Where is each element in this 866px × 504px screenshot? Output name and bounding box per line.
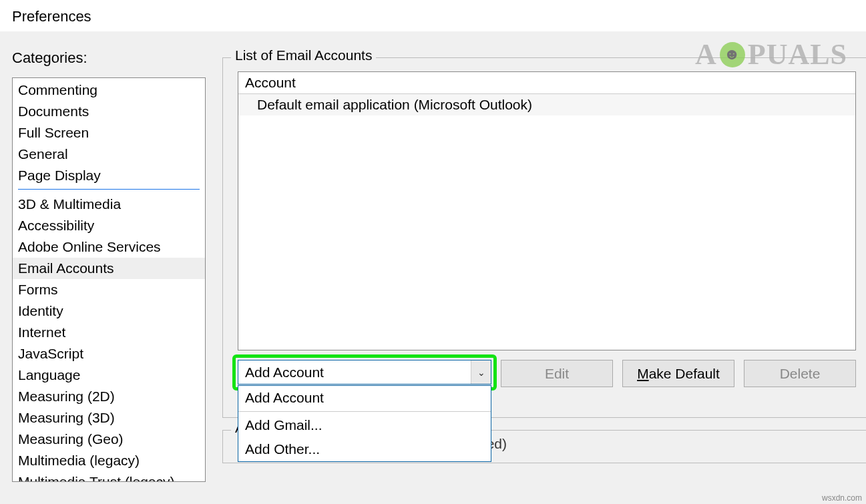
dropdown-toggle-button[interactable]: ⌄ bbox=[471, 360, 491, 384]
logo-text-a: A bbox=[695, 37, 717, 71]
accounts-column-header: Account bbox=[238, 72, 855, 94]
category-item-page-display[interactable]: Page Display bbox=[13, 165, 205, 186]
account-row[interactable]: Default email application (Microsoft Out… bbox=[238, 94, 855, 115]
add-account-dropdown-list[interactable]: Add Account Add Gmail... Add Other... bbox=[238, 385, 491, 462]
add-account-dropdown[interactable]: Add Account ⌄ bbox=[238, 360, 491, 385]
accounts-button-row: Add Account ⌄ Add Account Add Gmail... A… bbox=[238, 350, 856, 387]
email-accounts-fieldset: List of Email Accounts Account Default e… bbox=[222, 57, 866, 418]
category-item-language[interactable]: Language bbox=[13, 364, 205, 386]
dropdown-option-add-gmail[interactable]: Add Gmail... bbox=[238, 413, 491, 437]
add-account-dropdown-wrap: Add Account ⌄ Add Account Add Gmail... A… bbox=[238, 360, 491, 385]
dropdown-option-add-other[interactable]: Add Other... bbox=[238, 437, 491, 461]
logo-text-rest: PUALS bbox=[748, 37, 847, 71]
category-item-identity[interactable]: Identity bbox=[13, 300, 205, 322]
category-item-email-accounts[interactable]: Email Accounts bbox=[13, 258, 205, 279]
category-item-measuring-3d[interactable]: Measuring (3D) bbox=[13, 407, 205, 429]
category-item-multimedia-legacy[interactable]: Multimedia (legacy) bbox=[13, 450, 205, 471]
dropdown-separator bbox=[238, 411, 491, 412]
email-accounts-legend: List of Email Accounts bbox=[231, 47, 376, 63]
categories-listbox[interactable]: Commenting Documents Full Screen General… bbox=[12, 77, 206, 482]
category-item-measuring-geo[interactable]: Measuring (Geo) bbox=[13, 429, 205, 450]
category-item-internet[interactable]: Internet bbox=[13, 322, 205, 343]
add-account-selected-text: Add Account bbox=[238, 364, 471, 381]
make-default-button[interactable]: Make Default bbox=[622, 360, 734, 387]
category-item-documents[interactable]: Documents bbox=[13, 101, 205, 122]
category-item-general[interactable]: General bbox=[13, 144, 205, 165]
make-default-label: Make Default bbox=[637, 366, 720, 382]
category-item-multimedia-trust[interactable]: Multimedia Trust (legacy) bbox=[13, 471, 205, 482]
main-area: Categories: Commenting Documents Full Sc… bbox=[0, 31, 866, 504]
category-item-measuring-2d[interactable]: Measuring (2D) bbox=[13, 386, 205, 407]
category-item-forms[interactable]: Forms bbox=[13, 279, 205, 300]
category-item-commenting[interactable]: Commenting bbox=[13, 79, 205, 101]
delete-button[interactable]: Delete bbox=[744, 360, 856, 387]
dropdown-option-add-account[interactable]: Add Account bbox=[238, 386, 491, 410]
chevron-down-icon: ⌄ bbox=[477, 367, 485, 378]
appuals-logo: A ☻ PUALS bbox=[695, 37, 847, 71]
category-item-full-screen[interactable]: Full Screen bbox=[13, 122, 205, 144]
logo-face-icon: ☻ bbox=[720, 42, 745, 67]
category-item-3d-multimedia[interactable]: 3D & Multimedia bbox=[13, 194, 205, 215]
accounts-table[interactable]: Account Default email application (Micro… bbox=[238, 71, 856, 350]
category-item-adobe-online[interactable]: Adobe Online Services bbox=[13, 236, 205, 258]
category-separator bbox=[18, 189, 200, 190]
window-title: Preferences bbox=[0, 0, 866, 31]
source-watermark: wsxdn.com bbox=[822, 493, 862, 503]
content-panel: List of Email Accounts Account Default e… bbox=[222, 41, 866, 504]
edit-button[interactable]: Edit bbox=[501, 360, 613, 387]
categories-label: Categories: bbox=[12, 49, 206, 67]
sidebar: Categories: Commenting Documents Full Sc… bbox=[12, 41, 206, 504]
category-item-javascript[interactable]: JavaScript bbox=[13, 343, 205, 364]
category-item-accessibility[interactable]: Accessibility bbox=[13, 215, 205, 236]
